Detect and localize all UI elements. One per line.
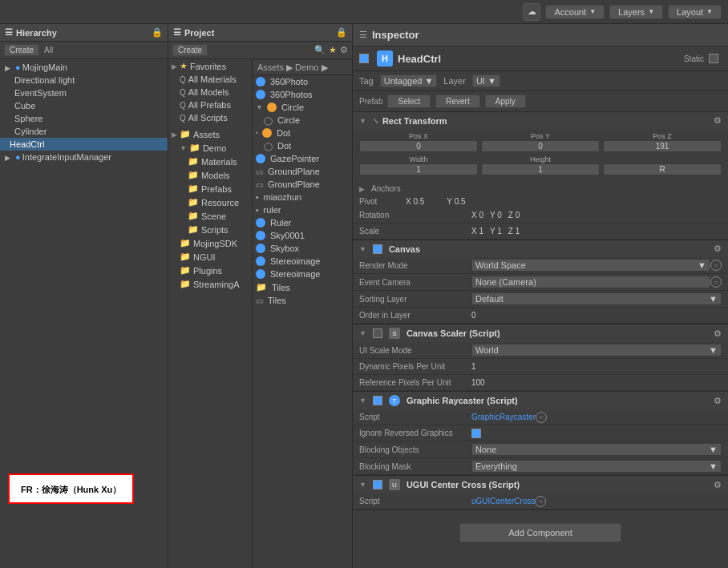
ugui-center-cross-header[interactable]: ▼ U UGUI Center Cross (Script) ⚙ (353, 476, 728, 493)
scale-y[interactable]: Y 1 (490, 227, 502, 236)
tree-item-scripts[interactable]: 📁 Scripts (168, 223, 252, 236)
event-camera-dropdown[interactable]: None (Camera) (471, 276, 710, 288)
pos-z-input[interactable]: 191 (603, 140, 722, 152)
tree-item-plugins[interactable]: 📁 Plugins (168, 264, 252, 277)
r-button[interactable]: R (603, 163, 722, 175)
hierarchy-item-integrateinputmanager[interactable]: ▶ ●IntegrateInputManager (0, 151, 168, 163)
hierarchy-item-headctrl[interactable]: HeadCtrl (0, 138, 168, 151)
rect-transform-settings-icon[interactable]: ⚙ (714, 115, 722, 126)
layer-dropdown[interactable]: UI ▼ (472, 75, 500, 87)
asset-groundplane1[interactable]: ▭ GroundPlane (253, 165, 352, 178)
asset-360photos[interactable]: 360Photos (253, 88, 352, 101)
asset-sky0001[interactable]: Sky0001 (253, 229, 352, 242)
rotation-z[interactable]: Z 0 (508, 211, 520, 220)
tree-item-all-scripts[interactable]: Q All Scripts (168, 111, 252, 124)
tree-item-favorites[interactable]: ▶ ★ Favorites (168, 59, 252, 73)
asset-tiles-folder[interactable]: 📁 Tiles (253, 280, 352, 294)
pos-x-input[interactable]: 0 (359, 140, 478, 152)
tree-item-prefabs[interactable]: 📁 Prefabs (168, 182, 252, 195)
obj-enable-check[interactable] (359, 54, 369, 63)
asset-groundplane2[interactable]: ▭ GroundPlane (253, 178, 352, 191)
hierarchy-item-mojingmain[interactable]: ▶ ●MojingMain (0, 61, 168, 74)
sorting-layer-dropdown[interactable]: Default ▼ (471, 292, 722, 305)
tag-dropdown[interactable]: Untagged ▼ (380, 75, 438, 87)
gr-script-value[interactable]: GraphicRaycaster (471, 413, 536, 421)
rect-transform-header[interactable]: ▼ ⤡ Rect Transform ⚙ (353, 112, 728, 129)
pivot-y-value[interactable]: Y 0.5 (447, 197, 465, 206)
blocking-mask-dropdown[interactable]: Everything ▼ (471, 460, 722, 473)
order-in-layer-value[interactable]: 0 (471, 311, 722, 320)
height-input[interactable]: 1 (481, 163, 600, 175)
width-input[interactable]: 1 (359, 163, 478, 175)
ugui-enable-check[interactable] (373, 480, 382, 489)
prefab-revert-button[interactable]: Revert (435, 95, 479, 108)
tree-item-assets[interactable]: ▶ 📁 Assets (168, 127, 252, 141)
layout-button[interactable]: Layout ▼ (668, 5, 722, 19)
prefab-apply-button[interactable]: Apply (485, 95, 526, 108)
hierarchy-item-sphere[interactable]: Sphere (0, 112, 168, 125)
asset-ruler-cap[interactable]: Ruler (253, 216, 352, 229)
event-camera-circle-btn[interactable]: ○ (710, 276, 722, 288)
anchors-row[interactable]: ▶ Anchors (353, 182, 728, 195)
tree-item-materials[interactable]: 📁 Materials (168, 155, 252, 168)
canvas-scaler-header[interactable]: ▼ S Canvas Scaler (Script) ⚙ (353, 324, 728, 342)
pos-y-input[interactable]: 0 (481, 140, 600, 152)
canvas-enable-check[interactable] (373, 244, 382, 254)
tree-item-all-models[interactable]: Q All Models (168, 86, 252, 99)
tree-item-resources[interactable]: 📁 Resource (168, 195, 252, 209)
asset-tiles-file[interactable]: ▭ Tiles (253, 294, 352, 307)
hierarchy-item-cube[interactable]: Cube (0, 99, 168, 112)
project-create-button[interactable]: Create (172, 44, 208, 56)
hierarchy-item-cylinder[interactable]: Cylinder (0, 125, 168, 138)
canvas-settings-icon[interactable]: ⚙ (714, 244, 722, 254)
ignore-reversed-check[interactable] (471, 429, 481, 438)
hierarchy-item-directionallight[interactable]: Directional light (0, 74, 168, 87)
graphic-raycaster-header[interactable]: ▼ T Graphic Raycaster (Script) ⚙ (353, 392, 728, 409)
add-component-button[interactable]: Add Component (459, 523, 621, 542)
asset-dot[interactable]: • Dot (253, 127, 352, 139)
canvas-scaler-settings-icon[interactable]: ⚙ (714, 328, 722, 339)
account-button[interactable]: Account ▼ (545, 5, 605, 19)
dynamic-pixels-value[interactable]: 1 (471, 362, 722, 371)
reference-pixels-value[interactable]: 100 (471, 378, 722, 387)
rotation-y[interactable]: Y 0 (490, 211, 502, 220)
tree-item-all-prefabs[interactable]: Q All Prefabs (168, 99, 252, 111)
layers-button[interactable]: Layers ▼ (609, 5, 663, 19)
asset-gazepointer[interactable]: GazePointer (253, 152, 352, 165)
asset-stereoimage2[interactable]: Stereoimage (253, 268, 352, 280)
asset-dot-item[interactable]: ◯ Dot (253, 139, 352, 152)
canvas-header[interactable]: ▼ Canvas ⚙ (353, 240, 728, 257)
scale-z[interactable]: Z 1 (508, 227, 520, 236)
asset-circle-item[interactable]: ◯ Circle (253, 114, 352, 127)
canvas-scaler-enable-check[interactable] (373, 328, 382, 338)
hierarchy-item-eventsystem[interactable]: EventSystem (0, 87, 168, 99)
asset-circle[interactable]: ▼ Circle (253, 101, 352, 114)
tree-item-streaminga[interactable]: 📁 StreamingA (168, 277, 252, 291)
static-check[interactable] (709, 54, 718, 63)
ugui-script-value[interactable]: uGUICenterCross (471, 497, 535, 506)
asset-stereoimage1[interactable]: Stereoimage (253, 255, 352, 268)
pivot-x-value[interactable]: X 0.5 (406, 197, 424, 206)
tree-item-all-materials[interactable]: Q All Materials (168, 73, 252, 86)
tree-item-models[interactable]: 📁 Models (168, 168, 252, 182)
ugui-script-circle-btn[interactable]: ○ (535, 496, 546, 507)
asset-ruler[interactable]: • ruler (253, 203, 352, 216)
hierarchy-create-button[interactable]: Create (4, 44, 39, 56)
render-mode-circle-btn[interactable]: ○ (710, 260, 722, 271)
tree-item-ngui[interactable]: 📁 NGUI (168, 250, 252, 264)
cloud-button[interactable]: ☁ (523, 3, 540, 21)
asset-skybox[interactable]: Skybox (253, 242, 352, 255)
ui-scale-mode-dropdown[interactable]: World ▼ (471, 344, 722, 357)
tree-item-mojingsdk[interactable]: 📁 MojingSDK (168, 236, 252, 250)
prefab-select-button[interactable]: Select (387, 95, 431, 108)
blocking-objects-dropdown[interactable]: None ▼ (471, 443, 722, 456)
asset-miaozhun[interactable]: • miaozhun (253, 191, 352, 203)
graphic-raycaster-enable-check[interactable] (373, 396, 382, 405)
ugui-settings-icon[interactable]: ⚙ (714, 480, 722, 490)
tree-item-scene[interactable]: 📁 Scene (168, 209, 252, 223)
asset-360photo[interactable]: 360Photo (253, 75, 352, 88)
rotation-x[interactable]: X 0 (471, 211, 483, 220)
graphic-raycaster-settings-icon[interactable]: ⚙ (714, 396, 722, 406)
scale-x[interactable]: X 1 (471, 227, 483, 236)
render-mode-dropdown[interactable]: World Space ▼ (471, 259, 710, 272)
